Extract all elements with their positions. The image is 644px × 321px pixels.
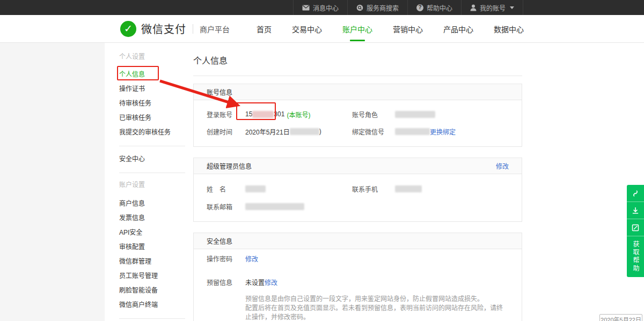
- nav-item-account-center[interactable]: 账户中心: [342, 21, 372, 36]
- reserved-desc-line-1: 预留信息是由你自己设置的一段文字，用来鉴定网站身份，防止假冒网站造成损失。: [245, 295, 509, 304]
- login-account-value: 15 301: [245, 110, 284, 118]
- sidebar-item-security-center[interactable]: 安全中心: [119, 152, 185, 167]
- nav-item-product-center[interactable]: 产品中心: [443, 21, 473, 36]
- sidebar-item-reviewed-tasks[interactable]: 已审核任务: [119, 111, 185, 125]
- topbar-item-label: 消息中心: [313, 3, 339, 12]
- sidebar-item-wechat-group-management[interactable]: 微信群管理: [119, 255, 185, 269]
- sidebar-item-personal-info[interactable]: 个人信息: [119, 68, 185, 82]
- nav-item-home[interactable]: 首页: [257, 21, 272, 36]
- edit-reserved-info-link[interactable]: 修改: [265, 278, 277, 287]
- main-content: 个人信息 账号信息 登录账号 15 301 (本账号) 账号角色: [193, 43, 522, 321]
- sidebar-item-face-smart-device[interactable]: 刷脸智能设备: [119, 283, 185, 298]
- created-time-redacted: [290, 128, 319, 135]
- account-row-2: 创建时间 2020年5月21日 ) 绑定微信号 更换绑定: [207, 126, 509, 137]
- super-admin-card: 超级管理员信息 修改 姓 名 联系手机 联系邮箱: [193, 158, 522, 222]
- sidebar: 个人设置 个人信息 操作证书 待审核任务 已审核任务 我提交的审核任务 安全中心…: [119, 43, 185, 321]
- floating-help-widget: 获取帮助: [627, 185, 644, 277]
- security-info-card-header: 安全信息: [194, 233, 522, 249]
- login-account-redacted: [252, 111, 274, 118]
- sidebar-item-wechat-merchant-terminal[interactable]: 微信商户终端: [119, 298, 185, 312]
- account-role-label: 账号角色: [352, 110, 395, 119]
- sidebar-item-invoice-info[interactable]: 发票信息: [119, 211, 185, 226]
- change-password-link[interactable]: 修改: [245, 254, 258, 263]
- header: ✓ 微信支付 商户平台 首页 交易中心 账户中心 营销中心 产品中心 数据中心: [0, 15, 644, 43]
- user-icon: [470, 4, 477, 11]
- sidebar-item-staff-account-management[interactable]: 员工账号管理: [119, 269, 185, 283]
- security-info-card-body: 操作密码 修改 预留信息 未设置 修改 预留信息是由你自己设置的一段文字，用来鉴…: [194, 249, 522, 321]
- bound-wechat-field: 绑定微信号 更换绑定: [352, 127, 509, 136]
- nav-item-marketing-center[interactable]: 营销中心: [393, 21, 423, 36]
- reserved-info-description: 预留信息是由你自己设置的一段文字，用来鉴定网站身份，防止假冒网站造成损失。 配置…: [245, 295, 509, 321]
- admin-email-redacted: [245, 203, 304, 210]
- topbar-item-label: 帮助中心: [427, 3, 452, 12]
- wechat-pay-logo[interactable]: ✓ 微信支付: [120, 21, 186, 37]
- security-info-card-title: 安全信息: [207, 236, 232, 245]
- reserved-info-field: 预留信息 未设置 修改: [207, 277, 509, 287]
- nav-item-transaction-center[interactable]: 交易中心: [292, 21, 322, 36]
- bound-wechat-label: 绑定微信号: [352, 127, 395, 136]
- admin-row-1: 姓 名 联系手机: [207, 183, 509, 194]
- link-icon: [631, 189, 640, 198]
- security-info-card: 安全信息 操作密码 修改 预留信息 未设置 修改 预留信息是由你自己设置的一段文…: [193, 233, 522, 321]
- reserved-desc-line-2: 配置后将在首页及充值页面显示。若未看到预留信息，表明当前访问的网站存在风险，请终…: [245, 304, 509, 321]
- created-date: 2020年5月21日: [245, 127, 290, 136]
- created-time-value: 2020年5月21日 ): [245, 127, 321, 136]
- created-time-trailing: ): [319, 128, 321, 135]
- get-help-button[interactable]: 获取帮助: [627, 236, 644, 277]
- sidebar-divider: [119, 173, 185, 173]
- sidebar-item-operation-certificate[interactable]: 操作证书: [119, 82, 185, 96]
- sidebar-item-review-config[interactable]: 审核配置: [119, 240, 185, 255]
- created-time-field: 创建时间 2020年5月21日 ): [207, 127, 352, 136]
- header-inner: ✓ 微信支付 商户平台 首页 交易中心 账户中心 营销中心 产品中心 数据中心: [120, 15, 524, 42]
- account-role-redacted: [395, 111, 435, 118]
- admin-phone-field: 联系手机: [352, 184, 509, 193]
- download-button[interactable]: [627, 202, 644, 219]
- wechat-pay-merchant-portal: { "topbar": { "items": [ { "icon": "mail…: [0, 0, 644, 321]
- logo-text: 微信支付: [141, 21, 186, 36]
- admin-phone-label: 联系手机: [352, 184, 395, 193]
- sidebar-item-my-submitted-tasks[interactable]: 我提交的审核任务: [119, 125, 185, 140]
- feedback-icon: [631, 223, 640, 232]
- topbar-item-label: 我的账号: [480, 3, 506, 12]
- admin-name-redacted: [245, 185, 266, 192]
- login-account-label: 登录账号: [207, 110, 245, 119]
- change-binding-link[interactable]: 更换绑定: [430, 127, 456, 136]
- help-icon: ?: [416, 4, 423, 11]
- topbar: 消息中心 服务商搜索 ? 帮助中心 我的账号: [0, 0, 644, 15]
- admin-name-label: 姓 名: [207, 184, 245, 193]
- topbar-item-provider-search[interactable]: 服务商搜索: [347, 0, 407, 15]
- portal-name: 商户平台: [200, 24, 230, 34]
- wechat-pay-logo-icon: ✓: [120, 21, 136, 37]
- feedback-button[interactable]: [627, 219, 644, 236]
- topbar-item-help-center[interactable]: ? 帮助中心: [407, 0, 461, 15]
- sidebar-item-merchant-info[interactable]: 商户信息: [119, 197, 185, 211]
- edit-admin-link[interactable]: 修改: [496, 161, 509, 170]
- topbar-item-my-account[interactable]: 我的账号: [461, 0, 523, 15]
- super-admin-card-title: 超级管理员信息: [207, 161, 252, 170]
- sidebar-item-pending-review-tasks[interactable]: 待审核任务: [119, 96, 185, 111]
- topbar-item-messages[interactable]: 消息中心: [293, 0, 347, 15]
- operation-password-field: 操作密码 修改: [207, 253, 509, 264]
- mail-icon: [302, 5, 310, 11]
- sidebar-item-api-security[interactable]: API安全: [119, 226, 185, 240]
- reserved-info-label: 预留信息: [207, 278, 245, 287]
- logo-separator: [193, 24, 193, 34]
- link-share-button[interactable]: [627, 185, 644, 202]
- super-admin-card-header: 超级管理员信息 修改: [194, 158, 522, 174]
- search-icon: [356, 4, 363, 11]
- account-info-card-header: 账号信息: [194, 84, 522, 100]
- download-icon: [631, 206, 640, 215]
- title-divider: [193, 76, 522, 76]
- admin-name-field: 姓 名: [207, 184, 352, 193]
- account-info-card-title: 账号信息: [207, 87, 232, 96]
- page-title: 个人信息: [193, 54, 522, 66]
- reserved-info-status: 未设置: [245, 278, 265, 287]
- admin-email-field: 联系邮箱: [207, 202, 352, 211]
- operation-password-label: 操作密码: [207, 254, 245, 263]
- super-admin-card-body: 姓 名 联系手机 联系邮箱: [194, 174, 522, 221]
- date-tooltip: 2020年5月22日: [599, 314, 642, 321]
- created-time-label: 创建时间: [207, 127, 245, 136]
- sidebar-divider: [119, 318, 185, 319]
- sidebar-section-account-settings: 账户设置: [119, 181, 185, 189]
- nav-item-data-center[interactable]: 数据中心: [494, 21, 524, 36]
